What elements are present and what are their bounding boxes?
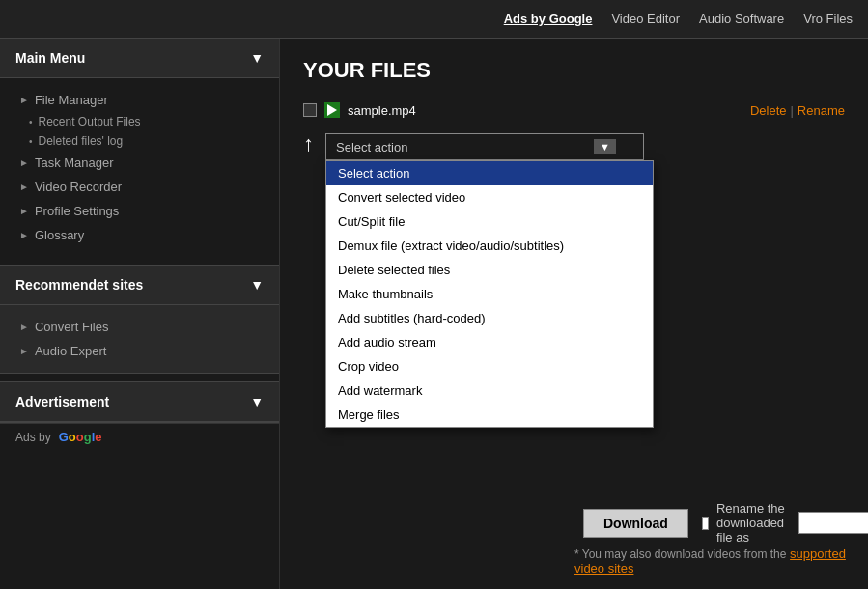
video-editor-link[interactable]: Video Editor (611, 12, 680, 26)
audio-software-link[interactable]: Audio Software (699, 12, 784, 26)
action-separator: | (790, 103, 793, 118)
sidebar-sub-deleted-log[interactable]: • Deleted files' log (0, 131, 279, 151)
sidebar-sub-recent-output[interactable]: • Recent Output Files (0, 112, 279, 131)
sidebar-item-label: Video Recorder (35, 180, 122, 194)
sidebar-item-file-manager[interactable]: ► File Manager (0, 88, 279, 112)
main-menu-arrow-icon: ▼ (250, 50, 264, 66)
dropdown-item-1[interactable]: Convert selected video (326, 185, 653, 210)
note-area: * You may also download videos from the … (574, 547, 868, 575)
rename-label-text: Rename the downloaded file as (716, 501, 791, 545)
sidebar-nav: ► File Manager • Recent Output Files • D… (0, 78, 279, 257)
ads-by-text: Ads by (15, 431, 51, 444)
recommended-arrow-icon: ▼ (250, 277, 264, 293)
dropdown-item-4[interactable]: Delete selected files (326, 258, 653, 282)
up-arrow-icon: ↑ (303, 133, 314, 154)
sidebar-item-label: Glossary (35, 228, 84, 242)
download-button[interactable]: Download (583, 509, 688, 538)
recommended-header[interactable]: Recommendet sites ▼ (0, 266, 279, 305)
advertisement-header[interactable]: Advertisement ▼ (0, 382, 279, 422)
note-text: * You may also download videos from the (574, 547, 786, 561)
page-title: YOUR FILES (303, 58, 845, 83)
expand-icon: ► (19, 322, 29, 332)
bullet-icon: • (29, 136, 33, 147)
sidebar-item-convert-files[interactable]: ► Convert Files (0, 315, 279, 339)
bullet-icon: • (29, 117, 33, 127)
action-select-button[interactable]: Select action ▼ (325, 133, 644, 160)
up-arrow-indicator: ↑ (303, 133, 314, 154)
expand-icon: ► (19, 230, 29, 240)
google-logo: Google (59, 430, 102, 444)
dropdown-item-9[interactable]: Add watermark (326, 379, 653, 403)
svg-marker-0 (327, 104, 337, 116)
sidebar-item-task-manager[interactable]: ► Task Manager (0, 151, 279, 175)
file-checkbox[interactable] (303, 103, 317, 117)
top-bar: Ads by Google Video Editor Audio Softwar… (0, 0, 868, 39)
dropdown-item-10[interactable]: Merge files (326, 403, 653, 427)
sidebar-item-label: Convert Files (35, 320, 109, 334)
main-menu-header[interactable]: Main Menu ▼ (0, 39, 279, 78)
main-layout: Main Menu ▼ ► File Manager • Recent Outp… (0, 39, 868, 589)
expand-icon: ► (19, 182, 29, 192)
dropdown-item-6[interactable]: Add subtitles (hard-coded) (326, 306, 653, 330)
dropdown-arrow-icon: ▼ (594, 139, 616, 154)
rename-input[interactable] (798, 512, 868, 534)
sidebar-item-profile-settings[interactable]: ► Profile Settings (0, 199, 279, 223)
advertisement-section: Advertisement ▼ (0, 381, 279, 423)
play-button-icon[interactable] (324, 102, 340, 118)
sidebar-item-label: Profile Settings (35, 204, 119, 218)
file-row: sample.mp4 Delete | Rename (303, 102, 845, 118)
recommended-section: Recommendet sites ▼ ► Convert Files ► Au… (0, 265, 279, 374)
ads-bottom: Ads by Google (0, 423, 279, 450)
dropdown-menu: Select actionConvert selected videoCut/S… (325, 160, 654, 428)
advertisement-label: Advertisement (15, 394, 109, 409)
expand-icon: ► (19, 95, 29, 105)
dropdown-item-8[interactable]: Crop video (326, 354, 653, 379)
expand-icon: ► (19, 206, 29, 216)
ads-by-google-link[interactable]: Ads by Google (504, 12, 593, 26)
select-action-label: Select action (336, 140, 407, 154)
delete-link[interactable]: Delete (750, 103, 787, 118)
rename-label-group: Rename the downloaded file as (702, 501, 868, 545)
recommended-label: Recommendet sites (15, 277, 143, 293)
sidebar-item-glossary[interactable]: ► Glossary (0, 223, 279, 247)
expand-icon: ► (19, 346, 29, 356)
sidebar-item-label: File Manager (35, 93, 108, 107)
sidebar-item-label: Task Manager (35, 155, 114, 170)
bottom-bar: Download Rename the downloaded file as (560, 491, 868, 554)
recommended-nav: ► Convert Files ► Audio Expert (0, 305, 279, 373)
expand-icon: ► (19, 157, 29, 168)
dropdown-container: Select action ▼ Select actionConvert sel… (325, 133, 644, 160)
content-area: YOUR FILES sample.mp4 Delete | Rename ↑ (280, 39, 868, 589)
main-menu-label: Main Menu (15, 50, 85, 66)
rename-checkbox[interactable] (702, 517, 709, 530)
dropdown-item-3[interactable]: Demux file (extract video/audio/subtitle… (326, 234, 653, 258)
sidebar-item-audio-expert[interactable]: ► Audio Expert (0, 339, 279, 363)
file-actions: Delete | Rename (750, 103, 845, 118)
sidebar-item-video-recorder[interactable]: ► Video Recorder (0, 175, 279, 199)
sidebar-item-label: Audio Expert (35, 344, 106, 358)
dropdown-item-7[interactable]: Add audio stream (326, 330, 653, 354)
sidebar-sub-label: Deleted files' log (39, 134, 124, 148)
dropdown-item-2[interactable]: Cut/Split file (326, 210, 653, 234)
sidebar: Main Menu ▼ ► File Manager • Recent Outp… (0, 39, 280, 589)
advertisement-arrow-icon: ▼ (250, 394, 264, 409)
sidebar-sub-label: Recent Output Files (39, 115, 141, 128)
dropdown-item-0[interactable]: Select action (326, 161, 653, 185)
file-name: sample.mp4 (348, 103, 416, 118)
rename-link[interactable]: Rename (798, 103, 845, 118)
dropdown-item-5[interactable]: Make thumbnails (326, 282, 653, 306)
vro-files-link[interactable]: Vro Files (803, 12, 853, 26)
dropdown-area: ↑ Select action ▼ Select actionConvert s… (303, 133, 845, 172)
